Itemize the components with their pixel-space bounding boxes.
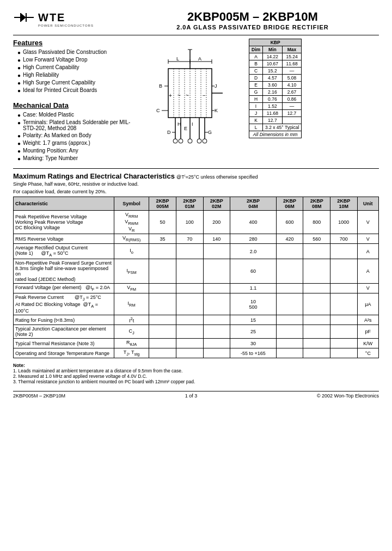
page-header: WTE POWER SEMICONDUCTORS 2KBP005M – 2KBP… — [13, 10, 379, 30]
part-subtitle: 2.0A GLASS PASSIVATED BRIDGE RECTIFIER — [126, 24, 379, 30]
unit-cell: V — [357, 283, 378, 293]
val-cell: 1.1 — [230, 283, 277, 293]
col-header-04m: 2KBP04M — [230, 197, 277, 211]
val-cell: 30 — [230, 339, 277, 348]
val-cell: 100 — [176, 211, 203, 234]
table-row: RMS Reverse Voltage VR(RMS) 35 70 140 28… — [14, 234, 379, 244]
note-3: 3. Thermal resistance junction to ambien… — [13, 379, 379, 384]
char-cell: Operating and Storage Temperature Range — [14, 348, 114, 358]
bullet-icon: ● — [17, 156, 21, 162]
val-cell — [149, 348, 176, 358]
char-cell: Rating for Fusing (t<8.3ms) — [14, 315, 114, 325]
table-row: K 12.7 — [249, 117, 302, 124]
svg-text:~: ~ — [177, 93, 181, 99]
val-cell — [276, 259, 303, 283]
svg-point-45 — [179, 139, 183, 143]
val-cell — [330, 348, 358, 358]
unit-cell: °C — [357, 348, 378, 358]
svg-text:G: G — [208, 130, 212, 135]
dim-col-min: Min — [263, 46, 283, 53]
val-cell — [149, 283, 176, 293]
table-row: H 0.76 0.86 — [249, 96, 302, 103]
val-cell — [203, 259, 230, 283]
val-cell — [330, 325, 358, 339]
val-cell — [149, 293, 176, 315]
svg-marker-2 — [21, 13, 26, 22]
svg-point-46 — [188, 139, 192, 143]
val-cell — [303, 348, 330, 358]
symbol-cell: Io — [114, 244, 149, 259]
val-cell — [303, 283, 330, 293]
bullet-icon: ● — [17, 65, 21, 71]
val-cell — [276, 348, 303, 358]
val-cell — [330, 259, 358, 283]
features-title: Features — [13, 39, 133, 47]
val-cell: 420 — [276, 234, 303, 244]
table-row: Average Rectified Output Current(Note 1)… — [14, 244, 379, 259]
table-row: Non-Repetitive Peak Forward Surge Curren… — [14, 259, 379, 283]
list-item: ●Mounting Position: Any — [17, 148, 133, 154]
bullet-icon: ● — [17, 57, 21, 63]
val-cell: -55 to +165 — [230, 348, 277, 358]
char-cell: RMS Reverse Voltage — [14, 234, 114, 244]
bullet-icon: ● — [17, 80, 21, 86]
table-row: Typical Junction Capacitance per element… — [14, 325, 379, 339]
svg-text:D: D — [167, 130, 171, 135]
val-cell — [303, 244, 330, 259]
val-cell: 1000 — [330, 211, 358, 234]
ratings-note2: For capacitive load, derate current by 2… — [13, 189, 379, 194]
val-cell: 280 — [230, 234, 277, 244]
val-cell — [276, 283, 303, 293]
dim-col-max: Max — [282, 46, 302, 53]
table-row: I 1.52 — — [249, 103, 302, 110]
page-footer: 2KBP005M – 2KBP10M 1 of 3 © 2002 Won-Top… — [13, 391, 379, 399]
val-cell: 560 — [303, 234, 330, 244]
unit-cell: V — [357, 234, 378, 244]
list-item: ●Low Forward Voltage Drop — [17, 57, 133, 63]
col-header-005m: 2KBP005M — [149, 197, 176, 211]
val-cell — [303, 339, 330, 348]
dim-col-dim: Dim — [249, 46, 263, 53]
header-divider — [13, 35, 379, 35]
svg-text:E: E — [184, 126, 187, 131]
part-number: 2KBP005M – 2KBP10M — [126, 10, 379, 24]
col-header-unit: Unit — [357, 197, 378, 211]
logo-icon — [13, 10, 35, 28]
val-cell — [203, 315, 230, 325]
unit-cell: A²s — [357, 315, 378, 325]
note-2: 2. Measured at 1.0 MHz and applied rever… — [13, 374, 379, 379]
val-cell — [203, 293, 230, 315]
val-cell: 35 — [149, 234, 176, 244]
val-cell — [203, 283, 230, 293]
col-header-06m: 2KBP06M — [276, 197, 303, 211]
val-cell — [276, 315, 303, 325]
val-cell: 400 — [230, 211, 277, 234]
table-row: Operating and Storage Temperature Range … — [14, 348, 379, 358]
val-cell — [276, 325, 303, 339]
val-cell — [330, 339, 358, 348]
title-area: 2KBP005M – 2KBP10M 2.0A GLASS PASSIVATED… — [94, 10, 379, 30]
bullet-icon: ● — [17, 148, 21, 154]
char-cell: Peak Reverse Current @TJ = 25°CAt Rated … — [14, 293, 114, 315]
svg-text:L: L — [176, 56, 179, 62]
char-cell: Peak Repetitive Reverse VoltageWorking P… — [14, 211, 114, 234]
val-cell: 15 — [230, 315, 277, 325]
svg-text:A: A — [198, 56, 201, 62]
val-cell — [176, 315, 203, 325]
ratings-title: Maximum Ratings and Electrical Character… — [13, 172, 175, 180]
col-header-08m: 2KBP08M — [303, 197, 330, 211]
svg-text:C: C — [156, 108, 160, 113]
val-cell — [176, 293, 203, 315]
val-cell: 60 — [230, 259, 277, 283]
val-cell: 70 — [176, 234, 203, 244]
mech-list: ●Case: Molded Plastic ●Terminals: Plated… — [13, 112, 133, 162]
table-row: All Dimensions in mm — [249, 131, 302, 138]
val-cell — [303, 325, 330, 339]
svg-text:~: ~ — [186, 93, 189, 99]
val-cell — [149, 325, 176, 339]
footer-center: 1 of 3 — [185, 393, 198, 399]
ratings-divider — [13, 168, 379, 169]
val-cell — [149, 244, 176, 259]
symbol-cell: VRRMVRWMVR — [114, 211, 149, 234]
dim-header: KBP — [249, 39, 302, 46]
